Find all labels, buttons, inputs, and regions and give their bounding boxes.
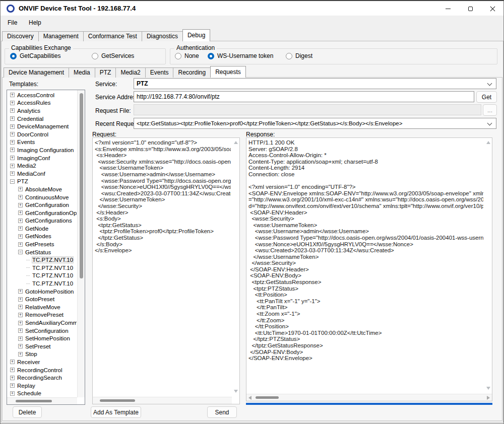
tree-item-tc-ptz-nvt-10[interactable]: TC.PTZ.NVT.10 — [8, 256, 77, 264]
tab-media[interactable]: Media — [69, 67, 95, 78]
expand-icon[interactable] — [18, 321, 23, 325]
scroll-left-icon[interactable] — [248, 396, 251, 400]
expand-icon[interactable] — [10, 368, 15, 372]
tree-horizontal-scrollbar[interactable] — [7, 397, 77, 404]
response-textarea[interactable]: HTTP/1.1 200 OK Server: gSOAP/2.8 Access… — [246, 137, 492, 401]
tree-item-stop[interactable]: Stop — [8, 350, 77, 359]
tree-item-accessrules[interactable]: AccessRules — [8, 99, 77, 107]
expand-icon[interactable] — [10, 156, 15, 160]
service-select[interactable]: PTZ — [134, 78, 496, 89]
minimize-button[interactable] — [437, 1, 459, 16]
tab-management[interactable]: Management — [38, 31, 84, 41]
tree-item-schedule[interactable]: Schedule — [8, 390, 77, 397]
send-button[interactable]: Send — [207, 406, 237, 418]
request-horizontal-scrollbar[interactable] — [93, 397, 232, 404]
tree-hscroll-thumb[interactable] — [16, 400, 52, 402]
recent-requests-select[interactable]: <tptz:GetStatus><tptz:ProfileToken>prof0… — [134, 118, 496, 129]
expand-icon[interactable] — [10, 124, 15, 129]
request-file-input[interactable] — [134, 104, 481, 115]
tree-item-setpreset[interactable]: SetPreset — [8, 342, 77, 350]
expand-icon[interactable] — [18, 305, 23, 309]
tree-item-getconfiguration[interactable]: GetConfiguration — [8, 201, 77, 209]
tree-item-receiver[interactable]: Receiver — [8, 358, 77, 366]
expand-icon[interactable] — [10, 132, 15, 136]
tree-item-accesscontrol[interactable]: AccessControl — [8, 91, 77, 99]
tree-item-recordingsearch[interactable]: RecordingSearch — [8, 374, 77, 382]
tree-item-getpresets[interactable]: GetPresets — [8, 240, 77, 248]
collapse-icon[interactable] — [10, 179, 15, 184]
tree-item-imagingconf[interactable]: ImagingConf — [8, 154, 77, 162]
tab-conformance-test[interactable]: Conformance Test — [83, 31, 142, 41]
tree-item-ptz[interactable]: PTZ — [8, 178, 77, 186]
maximize-button[interactable] — [459, 1, 481, 16]
tree-item-getnode[interactable]: GetNode — [8, 225, 77, 233]
tab-diagnostics[interactable]: Diagnostics — [142, 31, 183, 41]
tree-item-devicemanagement[interactable]: DeviceManagement — [8, 122, 77, 130]
tree-item-getconfigurations[interactable]: GetConfigurations — [8, 217, 77, 225]
radio-getcapabilities[interactable]: GetCapabilities — [10, 52, 60, 59]
tree-item-setconfiguration[interactable]: SetConfiguration — [8, 327, 77, 335]
tab-ptz[interactable]: PTZ — [95, 67, 116, 78]
expand-icon[interactable] — [10, 108, 15, 113]
expand-icon[interactable] — [10, 171, 15, 176]
expand-icon[interactable] — [10, 383, 15, 388]
expand-icon[interactable] — [18, 313, 23, 317]
scroll-up-icon[interactable] — [234, 141, 238, 144]
tree-item-continuousmove[interactable]: ContinuousMove — [8, 193, 77, 201]
expand-icon[interactable] — [10, 140, 15, 145]
tab-debug[interactable]: Debug — [182, 29, 210, 41]
scroll-right-icon[interactable] — [487, 396, 490, 400]
expand-icon[interactable] — [10, 376, 15, 380]
radio-ws-username-token[interactable]: WS-Username token — [208, 52, 273, 59]
expand-icon[interactable] — [18, 328, 23, 333]
menu-file[interactable]: File — [4, 17, 21, 29]
tree-item-tc-ptz-nvt-10[interactable]: TC.PTZ.NVT.10 — [8, 279, 77, 288]
response-horizontal-scrollbar[interactable] — [246, 394, 492, 401]
tree-item-tc-ptz-nvt-10[interactable]: TC.PTZ.NVT.10 — [8, 272, 77, 280]
tree-vscroll-thumb[interactable] — [80, 93, 83, 278]
tree-item-doorcontrol[interactable]: DoorControl — [8, 130, 77, 138]
tree-item-getnodes[interactable]: GetNodes — [8, 233, 77, 241]
expand-icon[interactable] — [10, 391, 15, 396]
tree-item-absolutemove[interactable]: AbsoluteMove — [8, 185, 77, 193]
expand-icon[interactable] — [18, 352, 23, 357]
tab-events[interactable]: Events — [145, 67, 174, 78]
radio-digest[interactable]: Digest — [286, 52, 312, 59]
collapse-icon[interactable] — [18, 250, 23, 254]
close-button[interactable] — [481, 1, 503, 16]
expand-icon[interactable] — [10, 101, 15, 105]
expand-icon[interactable] — [18, 219, 23, 223]
tree-item-gotohomeposition[interactable]: GotoHomePosition — [8, 288, 77, 296]
expand-icon[interactable] — [18, 242, 23, 247]
tree-item-imaging-configuration[interactable]: Imaging Configuration — [8, 146, 77, 154]
tab-requests[interactable]: Requests — [210, 66, 246, 78]
tree-item-mediaconf[interactable]: MediaConf — [8, 170, 77, 178]
tree-item-relativemove[interactable]: RelativeMove — [8, 303, 77, 311]
tree-item-recordingcontrol[interactable]: RecordingControl — [8, 366, 77, 374]
expand-icon[interactable] — [18, 344, 23, 348]
service-address-input[interactable]: http://192.168.77.4:80/onvif/ptz — [134, 91, 474, 102]
request-textarea[interactable]: <?xml version="1.0" encoding="utf-8"?> <… — [92, 137, 240, 404]
menu-help[interactable]: Help — [25, 17, 45, 29]
tree-item-removepreset[interactable]: RemovePreset — [8, 311, 77, 319]
expand-icon[interactable] — [18, 195, 23, 199]
add-as-template-button[interactable]: Add As Template — [91, 406, 141, 418]
tree-item-events[interactable]: Events — [8, 138, 77, 147]
tree-item-tc-ptz-nvt-10[interactable]: TC.PTZ.NVT.10 — [8, 264, 77, 272]
expand-icon[interactable] — [18, 289, 23, 294]
expand-icon[interactable] — [18, 234, 23, 239]
expand-icon[interactable] — [18, 336, 23, 341]
tab-media2[interactable]: Media2 — [115, 67, 145, 78]
tab-discovery[interactable]: Discovery — [2, 31, 39, 41]
expand-icon[interactable] — [10, 164, 15, 168]
expand-icon[interactable] — [18, 226, 23, 231]
expand-icon[interactable] — [18, 203, 23, 207]
tab-recording[interactable]: Recording — [173, 67, 211, 78]
expand-icon[interactable] — [10, 116, 15, 121]
get-button[interactable]: Get — [476, 91, 497, 103]
scroll-down-icon[interactable] — [234, 390, 238, 393]
expand-icon[interactable] — [10, 148, 15, 152]
request-hscroll-thumb[interactable] — [100, 399, 135, 402]
scroll-down-icon[interactable] — [486, 387, 490, 390]
tree-item-gotopreset[interactable]: GotoPreset — [8, 295, 77, 303]
